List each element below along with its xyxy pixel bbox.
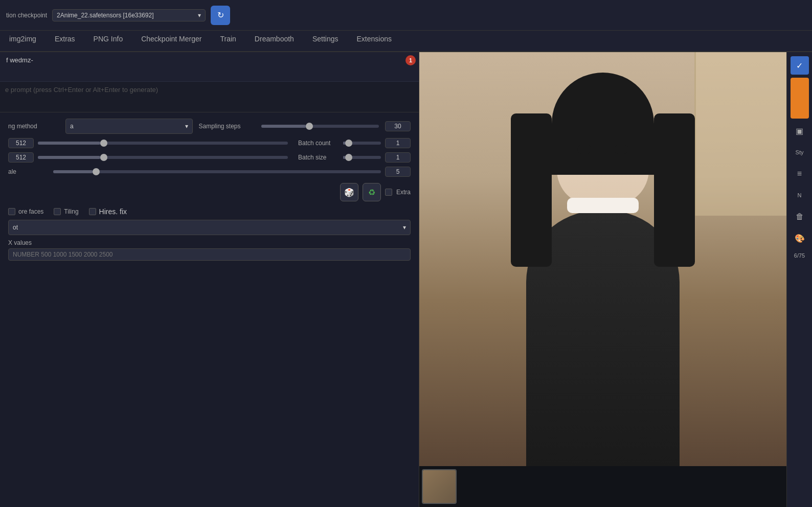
checkboxes-row: ore faces Tiling Hires. fix bbox=[8, 208, 411, 216]
dimensions-col: 512 512 bbox=[8, 138, 288, 167]
width-slider[interactable] bbox=[38, 138, 288, 148]
collar bbox=[567, 198, 639, 213]
sampling-method-label: ng method bbox=[8, 123, 59, 130]
batch-size-track bbox=[343, 156, 381, 159]
sidebar-n-label: N bbox=[791, 186, 809, 204]
sampling-steps-slider[interactable] bbox=[261, 121, 379, 131]
sampling-steps-fill bbox=[261, 125, 306, 128]
restore-faces-label: ore faces bbox=[18, 208, 43, 215]
batch-size-thumb[interactable] bbox=[345, 154, 352, 161]
dimensions-batch-row: 512 512 bbox=[8, 138, 411, 167]
top-bar: tion checkpoint 2Anime_22.safetensors [1… bbox=[0, 0, 812, 31]
tiling-label: Tiling bbox=[64, 208, 78, 215]
action-buttons-row: 🎲 ♻ Extra bbox=[8, 183, 411, 201]
recycle-button[interactable]: ♻ bbox=[363, 183, 381, 201]
tiling-checkbox[interactable] bbox=[54, 208, 61, 215]
checkpoint-dropdown[interactable]: 2Anime_22.safetensors [16e33692] ▾ bbox=[52, 9, 206, 21]
sampling-method-row: ng method a ▾ Sampling steps 30 bbox=[8, 119, 411, 134]
hires-fix-row: Hires. fix bbox=[89, 208, 127, 216]
restore-faces-row: ore faces bbox=[8, 208, 43, 215]
sampling-steps-track bbox=[261, 125, 379, 128]
batch-count-slider[interactable] bbox=[343, 138, 381, 148]
eye-right bbox=[614, 144, 628, 154]
script-dropdown-arrow: ▾ bbox=[403, 224, 406, 231]
cfg-scale-value[interactable]: 5 bbox=[385, 167, 411, 177]
eye-left bbox=[577, 144, 592, 154]
x-values-label: X values bbox=[8, 239, 411, 246]
sidebar-palette-btn[interactable]: 🎨 bbox=[791, 229, 809, 247]
negative-prompt-container[interactable]: e prompt (press Ctrl+Enter or Alt+Enter … bbox=[0, 82, 419, 112]
refresh-button[interactable]: ↻ bbox=[211, 6, 230, 25]
tab-extensions[interactable]: Extensions bbox=[348, 31, 401, 52]
styles-label: Sty bbox=[791, 143, 809, 162]
nav-tabs: img2img Extras PNG Info Checkpoint Merge… bbox=[0, 31, 812, 52]
cfg-scale-slider[interactable] bbox=[53, 167, 381, 177]
character-hair-right bbox=[654, 113, 695, 267]
sidebar-grid-btn[interactable]: ▣ bbox=[791, 122, 809, 140]
cfg-scale-thumb[interactable] bbox=[93, 168, 100, 175]
tab-train[interactable]: Train bbox=[211, 31, 245, 52]
height-track bbox=[38, 156, 288, 159]
extra-label: Extra bbox=[396, 189, 411, 196]
height-row: 512 bbox=[8, 152, 288, 163]
cfg-scale-row: ale 5 bbox=[8, 167, 411, 177]
generate-btn[interactable] bbox=[791, 78, 809, 119]
prompt-badge: 1 bbox=[405, 55, 416, 65]
batch-count-value[interactable]: 1 bbox=[385, 138, 411, 148]
main-content: f wedmz- 1 e prompt (press Ctrl+Enter or… bbox=[0, 52, 812, 507]
right-sidebar: ✓ ▣ Sty ≡ N 🗑 🎨 6/75 bbox=[786, 52, 812, 507]
sidebar-trash-btn[interactable]: 🗑 bbox=[791, 208, 809, 226]
recycle-icon: ♻ bbox=[368, 188, 375, 197]
cfg-scale-fill bbox=[53, 170, 93, 173]
counter-label: 6/75 bbox=[794, 252, 805, 259]
tab-checkpoint-merger[interactable]: Checkpoint Merger bbox=[132, 31, 211, 52]
sampling-steps-value[interactable]: 30 bbox=[385, 121, 411, 131]
tab-dreambooth[interactable]: Dreambooth bbox=[245, 31, 303, 52]
controls-area: ng method a ▾ Sampling steps 30 bbox=[0, 112, 419, 507]
batch-size-value[interactable]: 1 bbox=[385, 152, 411, 163]
right-panel: ✓ ▣ Sty ≡ N 🗑 🎨 6/75 bbox=[419, 52, 812, 507]
extra-checkbox-row: Extra bbox=[385, 189, 411, 196]
left-panel: f wedmz- 1 e prompt (press Ctrl+Enter or… bbox=[0, 52, 419, 507]
tab-settings[interactable]: Settings bbox=[303, 31, 348, 52]
positive-prompt-container: f wedmz- 1 bbox=[0, 52, 419, 82]
batch-count-track bbox=[343, 142, 381, 145]
batch-count-label: Batch count bbox=[298, 140, 339, 147]
height-value[interactable]: 512 bbox=[8, 152, 34, 163]
window-light bbox=[694, 52, 786, 216]
batch-size-slider[interactable] bbox=[343, 152, 381, 163]
extra-checkbox[interactable] bbox=[385, 189, 392, 196]
width-value[interactable]: 512 bbox=[8, 138, 34, 148]
cfg-scale-label: ale bbox=[8, 168, 49, 175]
tab-extras[interactable]: Extras bbox=[46, 31, 84, 52]
hires-fix-checkbox[interactable] bbox=[89, 208, 96, 215]
portrait-area bbox=[419, 52, 786, 466]
script-dropdown[interactable]: ot ▾ bbox=[8, 220, 411, 235]
sampling-steps-thumb[interactable] bbox=[306, 123, 313, 130]
height-thumb[interactable] bbox=[100, 154, 107, 161]
tab-png-info[interactable]: PNG Info bbox=[84, 31, 132, 52]
height-slider[interactable] bbox=[38, 152, 288, 163]
restore-faces-checkbox[interactable] bbox=[8, 208, 15, 215]
batch-size-row: Batch size 1 bbox=[298, 152, 411, 163]
thumbnail-strip bbox=[419, 466, 786, 507]
dice-button[interactable]: 🎲 bbox=[340, 183, 358, 201]
sidebar-checkmark-btn[interactable]: ✓ bbox=[791, 56, 809, 75]
positive-prompt-text: f wedmz- bbox=[6, 56, 33, 64]
x-values-input[interactable] bbox=[8, 248, 411, 261]
thumb-img-1 bbox=[423, 470, 456, 503]
width-row: 512 bbox=[8, 138, 288, 148]
image-display-area bbox=[419, 52, 786, 466]
sampling-method-dropdown[interactable]: a ▾ bbox=[65, 119, 193, 134]
checkpoint-label: tion checkpoint bbox=[6, 12, 47, 19]
width-fill bbox=[38, 142, 100, 145]
dice-icon: 🎲 bbox=[344, 188, 354, 197]
dropdown-chevron: ▾ bbox=[198, 12, 201, 19]
width-thumb[interactable] bbox=[100, 140, 107, 147]
batch-count-thumb[interactable] bbox=[345, 140, 352, 147]
thumbnail-1[interactable] bbox=[422, 469, 457, 504]
refresh-icon: ↻ bbox=[217, 10, 224, 20]
sidebar-menu-btn[interactable]: ≡ bbox=[791, 165, 809, 183]
tab-img2img[interactable]: img2img bbox=[0, 31, 46, 52]
width-track bbox=[38, 142, 288, 145]
